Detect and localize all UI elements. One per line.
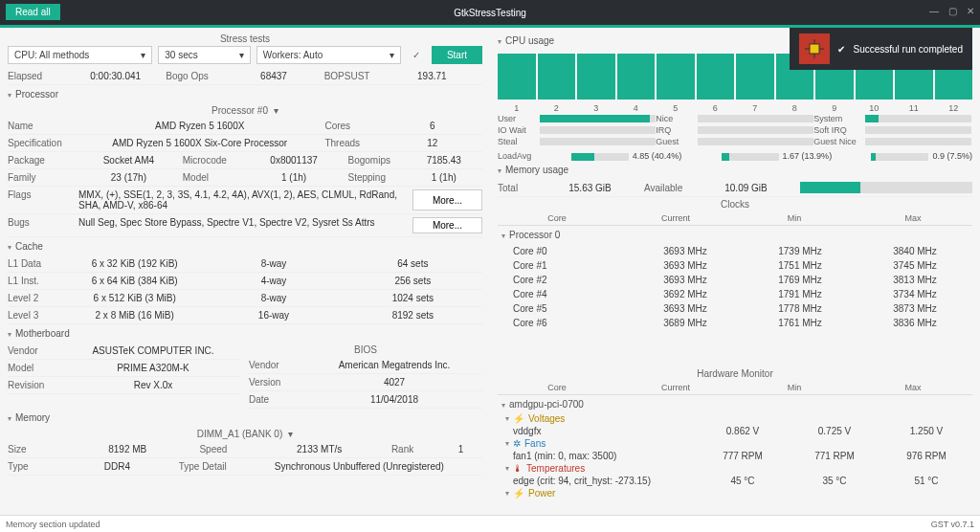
workers-dropdown[interactable]: Workers: Auto▾ bbox=[256, 46, 401, 64]
mem-type-value: DDR4 bbox=[56, 461, 179, 472]
loadavg-15-value: 0.9 (7.5%) bbox=[932, 151, 972, 161]
bugs-more-button[interactable]: More... bbox=[412, 217, 482, 233]
system-label: System bbox=[813, 114, 861, 123]
loadavg-15-bar bbox=[871, 153, 928, 161]
rate-value: 193.71 bbox=[382, 71, 482, 81]
loadavg-5-value: 1.67 (13.9%) bbox=[783, 151, 833, 161]
cache-section-toggle[interactable]: Cache bbox=[8, 237, 482, 255]
maximize-icon[interactable]: ▢ bbox=[948, 6, 957, 16]
chevron-down-icon: ▾ bbox=[390, 50, 394, 60]
loadavg-1-bar bbox=[571, 153, 629, 161]
clock-row: Core #13693 MHz1751 MHz3745 MHz bbox=[498, 258, 972, 273]
cache-row: Level 32 x 8 MiB (16 MiB)16-way8192 sets bbox=[8, 307, 482, 324]
bogo-value: 68437 bbox=[223, 71, 323, 81]
temps-toggle[interactable]: ▾🌡Temperatures bbox=[498, 463, 972, 474]
cache-row: Level 26 x 512 KiB (3 MiB)8-way1024 sets bbox=[8, 290, 482, 307]
mem-type-label: Type bbox=[8, 461, 56, 472]
step-label: Stepping bbox=[347, 172, 405, 183]
hw-row: edge (crit: 94, crit_hyst: -273.15)45 °C… bbox=[498, 474, 972, 488]
pkg-label: Package bbox=[8, 155, 75, 166]
bolt-icon: ⚡ bbox=[513, 488, 524, 499]
checkbox[interactable]: ✓ bbox=[407, 50, 426, 60]
mem-speed-label: Speed bbox=[199, 444, 247, 454]
name-label: Name bbox=[8, 121, 75, 131]
mem-avail-label: Available bbox=[644, 183, 692, 193]
cpu-core-number: 2 bbox=[538, 103, 576, 113]
right-panel: CPU usage 123456789101112 User Nice Syst… bbox=[490, 28, 980, 515]
cpu-core-number: 10 bbox=[856, 103, 894, 113]
cpu-core-number: 3 bbox=[577, 103, 615, 113]
cpu-icon bbox=[799, 33, 830, 64]
bolt-icon: ⚡ bbox=[513, 413, 524, 424]
read-all-button[interactable]: Read all bbox=[6, 4, 60, 20]
irq-label: IRQ bbox=[656, 125, 694, 135]
nice-bar bbox=[698, 115, 813, 122]
processor-selector[interactable]: Processor #0▾ bbox=[8, 103, 482, 118]
guestnice-label: Guest Nice bbox=[813, 137, 861, 146]
clock-row: Core #23693 MHz1769 MHz3813 MHz bbox=[498, 273, 972, 287]
cpu-core-number: 6 bbox=[697, 103, 735, 113]
stress-header: Stress tests bbox=[8, 33, 482, 44]
flags-label: Flags bbox=[8, 189, 75, 211]
hw-device-toggle[interactable]: amdgpu-pci-0700 bbox=[498, 395, 972, 413]
fan-icon: ✲ bbox=[513, 438, 521, 449]
mobo-section-toggle[interactable]: Motherboard bbox=[8, 324, 482, 343]
cpu-core-number: 11 bbox=[895, 103, 933, 113]
window-title: GtkStressTesting bbox=[454, 8, 526, 18]
memory-section-toggle[interactable]: Memory bbox=[8, 409, 482, 427]
bugs-label: Bugs bbox=[8, 217, 75, 233]
window-controls: — ▢ ✕ bbox=[929, 6, 974, 16]
memory-bank-selector[interactable]: DIMM_A1 (BANK 0)▾ bbox=[8, 427, 482, 441]
close-icon[interactable]: ✕ bbox=[967, 6, 974, 16]
flags-value: MMX, (+), SSE(1, 2, 3, 3S, 4.1, 4.2, 4A)… bbox=[75, 189, 412, 211]
status-right: GST v0.7.1 bbox=[931, 520, 974, 529]
power-toggle[interactable]: ▾⚡Power bbox=[498, 488, 972, 499]
mobo-rev-value: Rev X.0x bbox=[65, 380, 241, 390]
processor-section-toggle[interactable]: Processor bbox=[8, 85, 482, 103]
family-value: 23 (17h) bbox=[75, 172, 183, 183]
mobo-vendor-value: ASUSTeK COMPUTER INC. bbox=[65, 345, 241, 356]
mem-detail-label: Type Detail bbox=[179, 461, 236, 472]
status-bar: Memory section updated GST v0.7.1 bbox=[0, 515, 980, 532]
cpu-core-bar bbox=[498, 54, 536, 100]
cpu-core-number: 5 bbox=[657, 103, 695, 113]
bios-date-label: Date bbox=[249, 394, 306, 405]
flags-more-button[interactable]: More... bbox=[412, 189, 482, 211]
pkg-value: Socket AM4 bbox=[75, 155, 183, 166]
toast-notification: ✔ Successful run completed bbox=[790, 28, 972, 70]
mem-detail-value: Synchronous Unbuffered (Unregistered) bbox=[236, 461, 482, 472]
mem-usage-toggle[interactable]: Memory usage bbox=[498, 161, 972, 179]
chevron-down-icon: ▾ bbox=[239, 50, 244, 60]
start-button[interactable]: Start bbox=[432, 46, 482, 64]
bios-vendor-label: Vendor bbox=[249, 360, 306, 370]
cores-value: 6 bbox=[382, 121, 482, 131]
ucode-value: 0x8001137 bbox=[240, 155, 348, 166]
cache-row: L1 Data6 x 32 KiB (192 KiB)8-way64 sets bbox=[8, 255, 482, 273]
loadavg-label: LoadAvg bbox=[498, 151, 531, 161]
mem-total-value: 15.63 GiB bbox=[536, 183, 644, 193]
cpu-core-bar bbox=[657, 54, 695, 100]
mem-avail-value: 10.09 GiB bbox=[692, 183, 800, 193]
softirq-label: Soft IRQ bbox=[813, 125, 861, 135]
nice-label: Nice bbox=[656, 114, 694, 123]
minimize-icon[interactable]: — bbox=[929, 6, 939, 16]
rate-label: BOPSUST bbox=[324, 71, 382, 81]
fans-toggle[interactable]: ▾✲Fans bbox=[498, 438, 972, 449]
duration-dropdown[interactable]: 30 secs▾ bbox=[158, 46, 250, 64]
name-value: AMD Ryzen 5 1600X bbox=[75, 121, 324, 131]
bios-header: BIOS bbox=[249, 344, 482, 355]
bios-ver-label: Version bbox=[249, 377, 306, 388]
clocks-table-header: CoreCurrentMinMax bbox=[498, 211, 972, 226]
guest-bar bbox=[698, 138, 813, 145]
bios-date-value: 11/04/2018 bbox=[306, 394, 482, 405]
voltages-toggle[interactable]: ▾⚡Voltages bbox=[498, 413, 972, 424]
hw-table-header: CoreCurrentMinMax bbox=[498, 381, 972, 395]
cpu-methods-dropdown[interactable]: CPU: All methods▾ bbox=[8, 46, 152, 64]
thermometer-icon: 🌡 bbox=[513, 463, 523, 474]
clock-row: Core #63689 MHz1761 MHz3836 MHz bbox=[498, 316, 972, 330]
elapsed-value: 0:00:30.041 bbox=[65, 71, 166, 81]
cpu-core-bar bbox=[697, 54, 735, 100]
clock-row: Core #43692 MHz1791 MHz3734 MHz bbox=[498, 287, 972, 301]
model-value: 1 (1h) bbox=[240, 172, 348, 183]
clocks-proc-toggle[interactable]: Processor 0 bbox=[498, 226, 972, 244]
